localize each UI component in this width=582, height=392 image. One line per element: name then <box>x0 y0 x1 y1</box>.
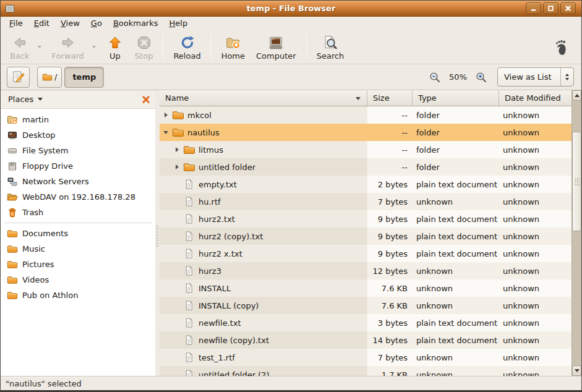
column-header-date-modified[interactable]: Date Modified <box>499 90 571 106</box>
maximize-button[interactable] <box>543 2 558 14</box>
column-header-size[interactable]: Size <box>367 90 413 106</box>
current-folder-button[interactable]: temp <box>64 67 104 88</box>
folder-icon <box>7 244 18 254</box>
file-name: INSTALL (copy) <box>199 301 259 310</box>
file-type: unknown <box>413 366 499 376</box>
table-row[interactable]: empty.txt2 bytesplain text documentunkno… <box>160 176 571 193</box>
folder-icon <box>7 275 18 285</box>
sidebar-item-pictures[interactable]: Pictures <box>1 257 155 272</box>
splitter-grip-icon <box>156 225 159 247</box>
file-name: empty.txt <box>199 180 237 189</box>
table-row[interactable]: mkcol--folderunknown <box>160 106 571 124</box>
table-row[interactable]: untitled folder (2)1.7 KBunknownunknown <box>160 366 571 376</box>
root-path-label: / <box>54 72 57 82</box>
table-row[interactable]: untitled folder--folderunknown <box>160 158 571 176</box>
file-icon <box>184 352 194 363</box>
sidebar-item-videos[interactable]: Videos <box>1 272 155 288</box>
close-sidebar-button[interactable] <box>142 95 150 104</box>
expander-collapsed-icon[interactable] <box>161 113 171 117</box>
file-icon <box>183 317 195 328</box>
table-row[interactable]: hurz2 x.txt9 bytesplain text documentunk… <box>160 245 571 262</box>
menu-bookmarks[interactable]: Bookmarks <box>108 18 164 28</box>
menu-edit[interactable]: Edit <box>28 18 55 28</box>
menu-file[interactable]: File <box>4 18 28 28</box>
file-size: 7 bytes <box>367 193 413 210</box>
file-name: newfile.txt <box>199 318 241 328</box>
scroll-up-button[interactable] <box>572 90 581 101</box>
close-button[interactable] <box>560 2 576 14</box>
gnome-logo-throbber <box>552 37 570 57</box>
table-row[interactable]: hurz312 bytesunknownunknown <box>160 262 571 279</box>
sidebar-item-music[interactable]: Music <box>1 241 155 257</box>
table-row[interactable]: litmus--folderunknown <box>160 141 571 158</box>
file-name: hu.rtf <box>199 197 221 207</box>
toolbar-button-label: Home <box>221 51 245 61</box>
folder-icon <box>7 260 18 270</box>
folder-icon <box>7 229 18 239</box>
file-date-modified: unknown <box>499 262 571 279</box>
zoom-level: 50% <box>449 72 467 82</box>
menu-view[interactable]: View <box>55 18 85 28</box>
sidebar-item-pub-on-athlon[interactable]: Pub on Athlon <box>1 288 155 303</box>
menu-go[interactable]: Go <box>85 18 108 28</box>
location-bar: / temp 50% View as List <box>1 64 581 90</box>
table-row[interactable]: INSTALL (copy)7.6 KBunknownunknown <box>160 297 571 314</box>
file-name: untitled folder (2) <box>199 370 270 377</box>
folder-icon <box>7 291 18 300</box>
menu-help[interactable]: Help <box>164 18 194 28</box>
sidebar-item-file-system[interactable]: File System <box>1 143 155 158</box>
sidebar-item-desktop[interactable]: Desktop <box>1 127 155 143</box>
sidebar-item-network-servers[interactable]: Network Servers <box>1 174 155 189</box>
zoom-out-icon[interactable] <box>429 71 441 83</box>
scrollbar-track[interactable] <box>572 101 581 365</box>
file-date-modified: unknown <box>499 210 571 228</box>
table-row[interactable]: hurz2 (copy).txt9 bytesplain text docume… <box>160 228 571 245</box>
table-row[interactable]: test_1.rtf7 bytesunknownunknown <box>160 349 571 366</box>
search-button[interactable]: Search <box>311 32 350 62</box>
expander-collapsed-icon[interactable] <box>172 164 182 169</box>
computer-button[interactable]: Computer <box>250 32 302 62</box>
scroll-down-button[interactable] <box>572 365 581 376</box>
column-header-name[interactable]: Name <box>160 90 367 106</box>
file-icon <box>183 265 195 276</box>
up-button[interactable]: Up <box>101 32 129 62</box>
table-row[interactable]: newfile.txt3 bytesplain text documentunk… <box>160 314 571 331</box>
table-row[interactable]: INSTALL7.6 KBunknownunknown <box>160 279 571 297</box>
folder-icon <box>172 109 184 121</box>
file-name: test_1.rtf <box>199 353 235 362</box>
file-icon <box>184 196 194 207</box>
sidebar-item-martin[interactable]: martin <box>1 112 155 127</box>
table-row[interactable]: nautilus--folderunknown <box>160 124 571 141</box>
zoom-in-icon[interactable] <box>475 71 487 83</box>
file-size: 3 bytes <box>367 314 413 331</box>
edit-location-icon <box>12 70 25 83</box>
expander-collapsed-icon[interactable] <box>172 147 182 152</box>
file-size: 14 bytes <box>367 331 413 349</box>
table-row[interactable]: hurz2.txt9 bytesplain text documentunkno… <box>160 210 571 228</box>
file-date-modified: unknown <box>499 366 571 376</box>
table-row[interactable]: hu.rtf7 bytesunknownunknown <box>160 193 571 210</box>
vertical-scrollbar[interactable] <box>571 90 581 376</box>
file-icon <box>183 248 195 259</box>
view-mode-label: View as List <box>498 72 560 82</box>
home-button[interactable]: Home <box>216 32 250 62</box>
sidebar-item-documents[interactable]: Documents <box>1 226 155 241</box>
folder-icon <box>172 127 184 138</box>
sidebar-item-floppy-drive[interactable]: Floppy Drive <box>1 158 155 174</box>
pane-splitter[interactable] <box>155 90 160 376</box>
file-icon <box>183 283 195 294</box>
floppy-icon <box>7 161 18 171</box>
reload-button[interactable]: Reload <box>168 32 206 62</box>
scrollbar-thumb[interactable] <box>572 132 581 231</box>
column-header-type[interactable]: Type <box>413 90 499 106</box>
minimize-button[interactable] <box>526 2 541 14</box>
edit-location-button[interactable] <box>7 67 30 88</box>
root-path-button[interactable]: / <box>37 67 62 88</box>
sidebar-item-webdav-on-192-168-178-28[interactable]: WebDAV on 192.168.178.28 <box>1 189 155 205</box>
places-header[interactable]: Places <box>1 90 155 109</box>
view-mode-select[interactable]: View as List <box>497 67 574 87</box>
sidebar-item-trash[interactable]: Trash <box>1 205 155 220</box>
table-row[interactable]: newfile (copy).txt14 bytesplain text doc… <box>160 331 571 349</box>
expander-expanded-icon[interactable] <box>161 131 171 134</box>
titlebar[interactable]: temp - File Browser <box>1 1 581 17</box>
